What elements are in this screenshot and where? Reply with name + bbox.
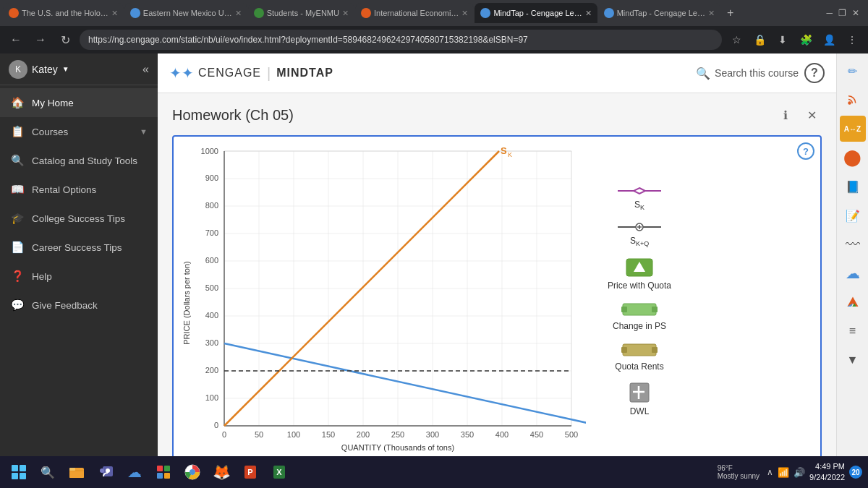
sidebar-item-career[interactable]: 📄 Career Success Tips	[0, 233, 158, 262]
refresh-button[interactable]: ↻	[55, 30, 75, 50]
toolbar-pencil-icon[interactable]: ✏	[840, 58, 866, 84]
legend-dwl-label: DWL	[630, 406, 650, 416]
tab-2[interactable]: Eastern New Mexico U… ✕	[124, 3, 247, 23]
toolbar-cloud-icon[interactable]: ☁	[840, 260, 866, 286]
toolbar-book-icon[interactable]: 📘	[840, 174, 866, 200]
extensions-button[interactable]: 🧩	[796, 30, 816, 50]
download-button[interactable]: ⬇	[773, 30, 793, 50]
svg-text:0: 0	[214, 421, 218, 429]
sidebar-item-courses[interactable]: 📋 Courses ▼	[0, 117, 158, 146]
taskbar-app-store[interactable]	[150, 459, 176, 485]
sidebar-item-my-home[interactable]: 🏠 My Home	[0, 88, 158, 117]
chart-help-badge[interactable]: ?	[797, 142, 814, 160]
taskbar-tray: 96°F Mostly sunny ∧ 📶 🔊 4:49 PM 9/24/202…	[718, 461, 862, 484]
sidebar-item-college[interactable]: 🎓 College Success Tips	[0, 204, 158, 233]
svg-text:QUANTITY (Thousands of tons): QUANTITY (Thousands of tons)	[341, 443, 454, 452]
cengage-text: CENGAGE	[198, 67, 261, 80]
browser-chrome: The U.S. and the Holo… ✕ Eastern New Mex…	[0, 0, 868, 53]
tab-close-5[interactable]: ✕	[585, 9, 592, 18]
tab-close-1[interactable]: ✕	[111, 9, 118, 18]
close-button[interactable]: ✕	[852, 8, 859, 18]
sidebar-item-rental[interactable]: 📖 Rental Options	[0, 175, 158, 204]
tab-favicon-3	[254, 8, 264, 18]
tab-close-2[interactable]: ✕	[235, 9, 242, 18]
legend-change-ps: Change in PS	[608, 301, 671, 331]
info-button[interactable]: ℹ	[775, 105, 796, 125]
taskbar-app-chrome[interactable]	[179, 459, 205, 485]
taskbar-app-powerpoint[interactable]: P	[237, 459, 263, 485]
svg-text:400: 400	[495, 430, 509, 439]
tab-3[interactable]: Students - MyENMU ✕	[248, 3, 354, 23]
sidebar-label-catalog: Catalog and Study Tools	[32, 155, 148, 166]
new-tab-button[interactable]: +	[721, 7, 739, 20]
tab-5[interactable]: MindTap - Cengage Le… ✕	[475, 3, 597, 23]
tab-label-2: Eastern New Mexico U…	[143, 9, 232, 17]
taskbar-search-button[interactable]: 🔍	[36, 461, 59, 484]
windows-icon	[12, 465, 26, 479]
topbar-help-button[interactable]: ?	[804, 63, 825, 83]
shield-icon[interactable]: 🔒	[749, 30, 770, 50]
sidebar-user[interactable]: K Katey ▼	[9, 60, 69, 79]
taskbar-app-explorer[interactable]	[64, 459, 90, 485]
taskbar-app-firefox[interactable]: 🦊	[208, 459, 234, 485]
svg-rect-85	[164, 466, 170, 471]
sidebar-collapse-button[interactable]: «	[142, 63, 149, 76]
tab-1[interactable]: The U.S. and the Holo… ✕	[3, 3, 124, 23]
svg-text:S: S	[501, 145, 507, 156]
tab-close-4[interactable]: ✕	[461, 9, 468, 18]
tab-6[interactable]: MindTap - Cengage Le… ✕	[598, 3, 720, 23]
toolbar-lines-icon[interactable]: ≡	[840, 318, 866, 344]
minimize-button[interactable]: ─	[826, 8, 833, 18]
start-button[interactable]	[6, 459, 32, 485]
change-ps-icon	[621, 301, 658, 318]
forward-button[interactable]: →	[30, 30, 51, 50]
svg-text:450: 450	[530, 430, 543, 439]
profile-button[interactable]: 👤	[819, 30, 839, 50]
taskbar-app-excel[interactable]: X	[266, 459, 292, 485]
svg-rect-70	[652, 307, 658, 312]
svg-text:50: 50	[255, 430, 263, 439]
toolbar-wave-icon[interactable]: 〰	[840, 231, 866, 257]
search-button[interactable]: 🔍 Search this course	[696, 67, 799, 80]
taskbar-apps: ☁ 🦊 P X	[64, 459, 713, 485]
toolbar-az-icon[interactable]: A↔Z	[840, 116, 866, 142]
tab-label-4: International Economi…	[374, 9, 459, 17]
taskbar-app-onedrive[interactable]: ☁	[122, 459, 148, 485]
toolbar-gdrive-icon[interactable]	[840, 289, 866, 315]
cengage-logo: ✦✦ CENGAGE | MINDTAP	[169, 64, 333, 82]
svg-point-83	[100, 468, 104, 473]
menu-button[interactable]: ⋮	[842, 30, 862, 50]
sidebar-label-courses: Courses	[32, 127, 132, 137]
sidebar-item-catalog[interactable]: 🔍 Catalog and Study Tools	[0, 146, 158, 175]
address-input[interactable]	[80, 30, 722, 50]
close-page-button[interactable]: ✕	[801, 105, 822, 125]
courses-icon: 📋	[10, 124, 25, 139]
bookmark-button[interactable]: ☆	[726, 30, 746, 50]
career-icon: 📄	[10, 240, 25, 254]
restore-button[interactable]: ❐	[838, 8, 846, 18]
clock-date: 9/24/2022	[809, 472, 845, 483]
back-button[interactable]: ←	[6, 30, 26, 50]
legend-skq-label: SK+Q	[630, 236, 649, 247]
toolbar-rss-icon[interactable]	[840, 87, 866, 113]
tab-close-6[interactable]: ✕	[708, 9, 715, 18]
sidebar-label-college: College Success Tips	[32, 213, 148, 224]
toolbar-note-icon[interactable]: 📝	[840, 202, 866, 228]
chart-container: ?	[172, 135, 822, 456]
tab-4[interactable]: International Economi… ✕	[355, 3, 474, 23]
search-container: 🔍 Search this course ?	[696, 63, 825, 83]
tab-close-3[interactable]: ✕	[342, 9, 349, 18]
volume-icon: 🔊	[793, 467, 805, 478]
notification-badge[interactable]: 20	[849, 466, 862, 479]
search-icon: 🔍	[696, 67, 710, 80]
svg-marker-59	[634, 188, 645, 194]
sidebar-item-feedback[interactable]: 💬 Give Feedback	[0, 291, 158, 320]
toolbar-down-icon[interactable]: ▼	[840, 347, 866, 373]
taskbar-app-teams[interactable]	[93, 459, 119, 485]
toolbar-circle-icon[interactable]: ⬤	[840, 145, 866, 171]
svg-text:250: 250	[391, 430, 404, 439]
sidebar-item-help[interactable]: ❓ Help	[0, 262, 158, 291]
svg-text:200: 200	[357, 430, 370, 439]
svg-text:100: 100	[205, 393, 218, 402]
app-container: K Katey ▼ « 🏠 My Home 📋 Courses ▼ 🔍 Cata…	[0, 53, 868, 456]
